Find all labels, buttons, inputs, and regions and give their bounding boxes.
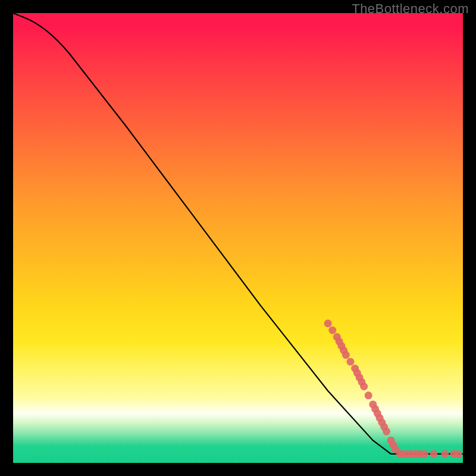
marker-dot: [421, 450, 428, 458]
marker-dot: [455, 450, 462, 458]
marker-dot: [342, 351, 350, 359]
plot-area: [13, 13, 463, 463]
marker-dot: [324, 320, 332, 327]
chart-frame: TheBottleneck.com: [0, 0, 476, 476]
marker-dot: [365, 392, 372, 399]
marker-dot: [383, 428, 390, 436]
marker-dot: [360, 383, 368, 390]
curve-layer: [13, 13, 463, 463]
marker-dot: [347, 358, 355, 365]
marker-dot: [430, 450, 437, 458]
marker-dot: [441, 450, 449, 458]
marker-dot: [328, 327, 336, 334]
main-curve: [13, 13, 463, 454]
highlight-markers: [324, 320, 462, 458]
watermark-text: TheBottleneck.com: [352, 1, 469, 17]
